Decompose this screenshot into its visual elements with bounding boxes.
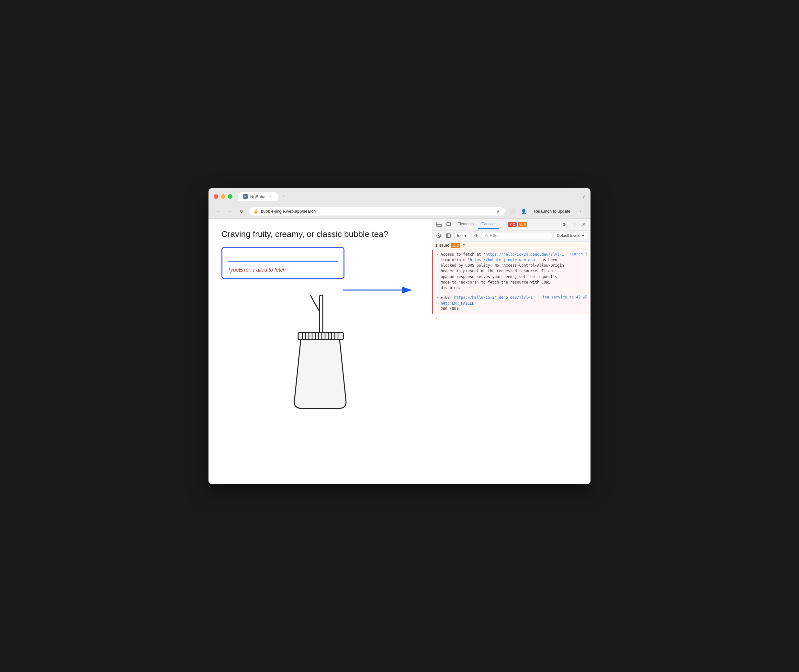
tab-title: NgBoba (250, 194, 266, 199)
log-content-2: ▶ GET https://hello-io-24.deno.dev/?lvl=… (440, 295, 540, 312)
main-area: Craving fruity, creamy, or classic bubbl… (208, 219, 591, 484)
warning-count-badge: ⚠ 8 (518, 222, 527, 227)
error-icon-2: ✕ (436, 295, 439, 300)
forward-button[interactable]: → (225, 207, 234, 216)
boba-cup-svg (285, 292, 356, 415)
account-button[interactable]: 👤 (519, 207, 528, 216)
svg-rect-17 (439, 224, 441, 227)
chevron-down-icon: ▼ (464, 234, 468, 238)
new-tab-button[interactable]: + (279, 192, 288, 201)
back-button[interactable]: ← (214, 207, 223, 216)
browser-window: N NgBoba × + ∨ ← → ↻ 🔒 bubble-jingle.web… (208, 188, 591, 484)
address-bar: ← → ↻ 🔒 bubble-jingle.web.app/search ★ ⬜… (208, 204, 591, 219)
lock-icon: 🔒 (253, 209, 258, 214)
error-icon: ✕ (436, 252, 439, 257)
prompt-chevron-icon: › (436, 316, 438, 320)
levels-chevron-icon: ▼ (581, 234, 585, 238)
boba-illustration (221, 292, 419, 415)
error-count: 2 (513, 222, 515, 226)
default-levels-label: Default levels (557, 234, 580, 238)
svg-rect-3 (298, 333, 344, 339)
log-entry: ✕ Access to fetch at 'https://hello-io-2… (432, 250, 591, 293)
issues-settings-icon[interactable]: ⚙ (462, 243, 466, 248)
url-bar[interactable]: 🔒 bubble-jingle.web.app/search ★ (249, 207, 505, 216)
tab-console[interactable]: Console (478, 220, 499, 229)
device-toolbar-button[interactable] (445, 220, 453, 229)
devtools-more-button[interactable]: ⋮ (570, 220, 578, 229)
bookmark-icon[interactable]: ★ (496, 209, 501, 214)
context-selector[interactable]: top ▼ (454, 232, 471, 239)
svg-rect-19 (447, 223, 451, 226)
console-prompt: › (432, 314, 591, 322)
error-count-badge: ✕ 2 (508, 222, 517, 227)
traffic-lights (214, 194, 232, 199)
reload-button[interactable]: ↻ (237, 207, 246, 216)
log-entry-2: ✕ ▶ GET https://hello-io-24.deno.dev/?lv… (432, 293, 591, 314)
tab-elements[interactable]: Elements (454, 220, 477, 229)
filter-icon: ⊘ (485, 234, 488, 238)
service-source-link[interactable]: net::ERR_FAILED (440, 301, 474, 306)
log-source-link[interactable]: search:1 (570, 252, 587, 256)
context-label: top (457, 234, 463, 238)
tab-bar: N NgBoba × + ∨ (238, 192, 585, 201)
clear-console-button[interactable] (435, 232, 443, 240)
active-tab[interactable]: N NgBoba × (238, 192, 278, 201)
console-toolbar: top ▼ 👁 ⊘ Filter Default levels ▼ (432, 230, 591, 242)
chrome-more-button[interactable]: ⋮ (576, 207, 585, 216)
warning-icon-small: ⚠ (520, 222, 523, 227)
svg-rect-23 (447, 234, 450, 238)
nav-icons-right: ⬜ 👤 Relaunch to update ⋮ (508, 207, 585, 216)
relaunch-button[interactable]: Relaunch to update (530, 207, 574, 216)
page-title: Craving fruity, creamy, or classic bubbl… (221, 229, 419, 239)
extensions-button[interactable]: ⬜ (508, 207, 517, 216)
warning-count: 8 (524, 222, 526, 226)
get-url-link[interactable]: https://hello-io-24.deno.dev/?lvl=1 (454, 295, 533, 300)
tab-favicon: N (243, 194, 248, 199)
eye-button[interactable]: 👁 (472, 232, 480, 240)
sidebar-toggle-button[interactable] (445, 232, 452, 240)
more-tabs-button[interactable]: » (500, 221, 506, 228)
tea-service-link[interactable]: tea.service.ts:42 🔗 (542, 295, 587, 299)
log-content: Access to fetch at 'https://hello-io-24.… (440, 252, 567, 291)
devtools-toolbar: Elements Console » ✕ 2 ⚠ 8 ⚙ ⋮ ✕ (432, 219, 591, 230)
tabs-overflow-button[interactable]: ∨ (582, 194, 585, 199)
warning-icon-issues: ⚠ (453, 243, 456, 248)
issues-bar: 1 Issue: ⚠ 8 ⚙ (432, 242, 591, 250)
svg-line-22 (438, 235, 440, 237)
tab-close-button[interactable]: × (268, 194, 272, 199)
issues-count: 8 (457, 243, 459, 247)
traffic-light-minimize[interactable] (221, 194, 225, 199)
log-level-selector[interactable]: Default levels ▼ (554, 232, 588, 239)
issues-label: 1 Issue: (436, 243, 449, 248)
devtools-close-button[interactable]: ✕ (580, 220, 588, 229)
filter-input[interactable]: ⊘ Filter (482, 232, 552, 239)
page-content: Craving fruity, creamy, or classic bubbl… (208, 219, 432, 484)
error-icon-small: ✕ (509, 222, 512, 227)
issues-count-badge: ⚠ 8 (451, 243, 460, 248)
devtools-panel: Elements Console » ✕ 2 ⚠ 8 ⚙ ⋮ ✕ (432, 219, 591, 484)
console-log: ✕ Access to fetch at 'https://hello-io-2… (432, 250, 591, 484)
svg-rect-20 (448, 226, 450, 226)
filter-placeholder: Filter (490, 234, 499, 238)
error-message: TypeError: Failed to fetch (227, 267, 338, 273)
svg-rect-2 (320, 295, 323, 337)
search-input[interactable] (227, 253, 338, 262)
origin-url-link[interactable]: https://bubble-jingle.web.app (470, 258, 535, 262)
svg-rect-16 (437, 222, 439, 224)
traffic-light-fullscreen[interactable] (228, 194, 232, 199)
title-bar: N NgBoba × + ∨ (208, 188, 591, 204)
traffic-light-close[interactable] (214, 194, 218, 199)
search-box: TypeError: Failed to fetch (221, 247, 344, 279)
svg-rect-18 (437, 224, 439, 227)
devtools-settings-button[interactable]: ⚙ (560, 220, 568, 229)
url-text: bubble-jingle.web.app/search (261, 209, 494, 214)
fetch-url-link[interactable]: https://hello-io-24.deno.dev/?lvl=1 (486, 252, 564, 257)
inspect-element-button[interactable] (435, 220, 443, 229)
